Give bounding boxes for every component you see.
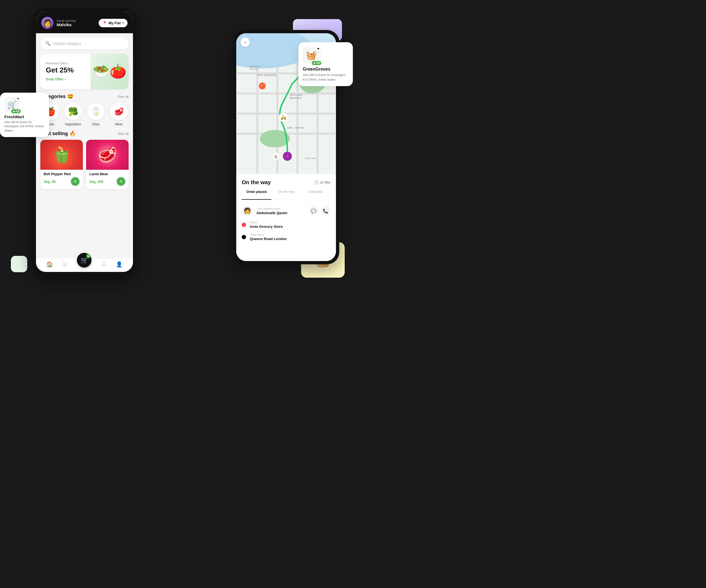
freshmart-store-address: 100-198 N Green St, Hoisington, KS 67544… xyxy=(4,120,45,133)
best-selling-header: Best selling 🔥 See all xyxy=(40,130,129,136)
freshmart-rating-badge: ★ 4.8 xyxy=(11,109,21,113)
banner-tag: Ramadan Offers xyxy=(46,62,85,65)
grab-offer-button[interactable]: Grab Offer › xyxy=(46,77,85,81)
lamb-meat-image: 🥩 xyxy=(86,140,129,170)
clock-icon: 🕐 xyxy=(314,181,318,185)
bell-pepper-name: Bell Pepper Red xyxy=(44,172,80,176)
category-vegetables[interactable]: 🥦 Vegetables xyxy=(63,103,83,126)
categories-header: Categories 🤩 See all xyxy=(40,93,129,100)
time-value: 10 Min xyxy=(320,181,330,185)
lamb-meat-name: Lamb Meat xyxy=(89,172,125,176)
green-decorative-card xyxy=(11,256,27,272)
delivery-hero-item: 🧑 Your delivery hero Abdulmalik Qasim 💬 … xyxy=(242,205,330,217)
svg-text:New Jersey: New Jersey xyxy=(249,65,260,68)
delivery-hero-icon: 🧑 xyxy=(242,205,252,217)
meat-icon: 🥩 xyxy=(110,103,127,120)
diary-icon: 🥛 xyxy=(87,103,105,120)
delivery-hero-name: Abdulmalik Qasim xyxy=(257,211,305,215)
delivery-info-list: 🧑 Your delivery hero Abdulmalik Qasim 💬 … xyxy=(242,205,330,241)
destination-dot-icon xyxy=(242,235,246,239)
greengroves-emoji: 🧺 xyxy=(306,50,317,61)
add-bell-pepper-button[interactable]: + xyxy=(71,177,80,186)
destination-info-item: Your place Queens Road London xyxy=(242,233,330,241)
nav-categories[interactable]: ⊞ xyxy=(63,261,67,268)
location-pill[interactable]: 📍 My Flat ▾ xyxy=(99,19,127,27)
orders-icon: ☰ xyxy=(102,261,106,268)
categories-see-all[interactable]: See all xyxy=(118,94,129,99)
best-selling-see-all[interactable]: See all xyxy=(118,131,129,136)
step-order-placed[interactable]: Order placed xyxy=(242,190,271,196)
banner-title: Get 25% xyxy=(46,66,85,74)
freshmart-heart-icon[interactable]: ♥ xyxy=(15,96,21,101)
user-name: Malvika xyxy=(57,22,76,27)
step-on-the-way[interactable]: On the way xyxy=(271,190,301,196)
destination-name: Queens Road London xyxy=(250,237,330,241)
search-bar[interactable]: 🔍 Search category xyxy=(40,38,129,49)
main-phone: 👩 Good morning Malvika 📍 My Flat ▾ xyxy=(33,8,136,275)
delivery-panel: On the way 🕐 10 Min Order placed On the … xyxy=(236,174,336,261)
svg-text:🛵: 🛵 xyxy=(281,114,286,120)
time-badge: 🕐 10 Min xyxy=(314,181,330,185)
search-placeholder: Search category xyxy=(53,41,81,46)
lamb-meat-price: 1kg, 45$ xyxy=(89,180,103,184)
greengroves-store-address: 100-198 N Green St, Hoisington, KS 67544… xyxy=(303,73,349,82)
greengroves-rating-badge: ★ 4.8 xyxy=(312,61,321,65)
store-name: Insta Grocery Store xyxy=(250,225,330,229)
greengroves-store-icon: 🧺 ♥ ★ 4.8 xyxy=(303,47,320,64)
product-bell-pepper: 🫑 Bell Pepper Red 1kg, 4$ + xyxy=(40,140,83,189)
meat-label: Meat xyxy=(115,122,123,126)
svg-text:⛽: ⛽ xyxy=(260,84,264,88)
nav-home[interactable]: 🏠 xyxy=(46,261,53,268)
svg-text:Clove Lakes: Clove Lakes xyxy=(305,157,316,159)
message-button[interactable]: 💬 xyxy=(309,206,318,216)
bell-pepper-price: 1kg, 4$ xyxy=(44,180,55,184)
svg-text:📍: 📍 xyxy=(285,155,290,159)
freshmart-emoji: 🛒 xyxy=(7,100,17,109)
chevron-down-icon: ▾ xyxy=(122,22,124,25)
delivery-hero-label: Your delivery hero xyxy=(257,207,305,210)
categories-grid: 🍎 Fruits 🥦 Vegetables 🥛 Diary 🥩 xyxy=(40,103,129,126)
svg-text:BRIGHTON: BRIGHTON xyxy=(290,97,302,100)
diary-label: Diary xyxy=(92,122,100,126)
svg-text:New York: New York xyxy=(249,68,258,70)
home-icon: 🏠 xyxy=(46,261,53,268)
greengroves-store-card[interactable]: 🧺 ♥ ★ 4.8 GreenGroves 100-198 N Green St… xyxy=(298,42,353,86)
profile-icon: 👤 xyxy=(116,261,123,268)
add-lamb-meat-button[interactable]: + xyxy=(117,177,125,186)
delivery-title: On the way xyxy=(242,179,271,186)
nav-orders[interactable]: ☰ xyxy=(102,261,106,268)
category-diary[interactable]: 🥛 Diary xyxy=(86,103,106,126)
call-button[interactable]: 📞 xyxy=(321,206,330,216)
svg-text:WEST NEW: WEST NEW xyxy=(290,94,303,96)
store-dot-icon xyxy=(242,223,246,227)
step-delivered[interactable]: Delivered xyxy=(301,190,330,196)
search-icon: 🔍 xyxy=(45,41,51,46)
grid-icon: ⊞ xyxy=(63,261,67,268)
nav-profile[interactable]: 👤 xyxy=(116,261,123,268)
freshmart-store-icon: 🛒 ♥ ★ 4.8 xyxy=(4,97,19,112)
greengroves-heart-icon[interactable]: ♥ xyxy=(315,45,321,51)
store-info-item: Store Insta Grocery Store xyxy=(242,221,330,229)
store-label: Store xyxy=(250,221,330,224)
bottom-navigation: 🏠 ⊞ 🛒 4 ☰ 👤 xyxy=(36,258,133,272)
phone-body: 🔍 Search category Ramadan Offers Get 25%… xyxy=(36,33,133,258)
promo-banner: Ramadan Offers Get 25% Grab Offer › 🥗🍅 xyxy=(40,54,129,89)
user-avatar: 👩 xyxy=(41,17,53,29)
freshmart-store-name: FreshMart xyxy=(4,114,45,119)
greeting-text: Good morning xyxy=(57,19,76,22)
cart-badge: 4 xyxy=(86,254,90,258)
freshmart-store-card[interactable]: 🛒 ♥ ★ 4.8 FreshMart 100-198 N Green St, … xyxy=(0,93,49,137)
nav-cart-button[interactable]: 🛒 4 xyxy=(77,253,91,268)
product-lamb-meat: 🥩 Lamb Meat 1kg, 45$ + xyxy=(86,140,129,189)
phone-header: 👩 Good morning Malvika 📍 My Flat ▾ xyxy=(36,11,133,33)
svg-text:🏠: 🏠 xyxy=(274,155,278,158)
vegetables-icon: 🥦 xyxy=(64,103,82,120)
map-back-button[interactable]: ‹ xyxy=(241,38,250,47)
svg-text:WES... IGHTON: WES... IGHTON xyxy=(287,126,304,129)
banner-image: 🥗🍅 xyxy=(90,54,129,89)
destination-label: Your place xyxy=(250,233,330,236)
location-label: My Flat xyxy=(109,21,121,25)
category-meat[interactable]: 🥩 Meat xyxy=(109,103,129,126)
greengroves-store-name: GreenGroves xyxy=(303,67,349,72)
location-pin-icon: 📍 xyxy=(103,21,107,25)
